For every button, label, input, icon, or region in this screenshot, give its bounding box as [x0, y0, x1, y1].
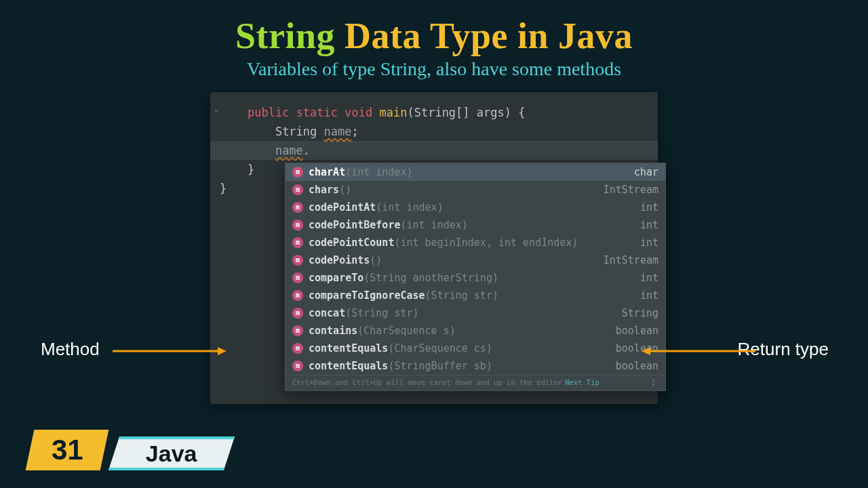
method-return-type: IntStream: [604, 182, 658, 197]
method-params: (String str): [345, 306, 418, 321]
more-icon[interactable]: ⋮: [650, 378, 658, 386]
method-return-type: char: [634, 165, 658, 180]
autocomplete-item[interactable]: mcompareToIgnoreCase(String str)int: [285, 287, 665, 304]
method-icon: m: [292, 220, 303, 230]
autocomplete-item[interactable]: mcodePointBefore(int index)int: [285, 216, 665, 234]
method-params: (int index): [376, 200, 443, 215]
method-return-type: int: [640, 235, 658, 250]
hint-text: Ctrl+Down and Ctrl+Up will move caret do…: [292, 378, 562, 386]
method-icon: m: [292, 167, 303, 178]
method-name: compareToIgnoreCase: [309, 288, 425, 303]
method-name: compareTo: [309, 270, 363, 285]
method-icon: m: [292, 255, 303, 266]
method-params: (CharSequence cs): [388, 341, 492, 356]
code-line-3-current: name.: [210, 141, 658, 160]
method-name: codePointBefore: [309, 218, 400, 232]
code-line-1: public static void main(String[] args) {: [220, 103, 658, 122]
method-icon: m: [292, 184, 303, 195]
fold-indicator: ⌄: [213, 104, 220, 114]
method-icon: m: [292, 237, 303, 248]
method-return-type: boolean: [616, 359, 658, 373]
method-params: (CharSequence s): [357, 323, 456, 338]
autocomplete-item[interactable]: mcharAt(int index)char: [285, 163, 665, 181]
autocomplete-item[interactable]: mcompareTo(String anotherString)int: [285, 269, 665, 287]
autocomplete-item[interactable]: mcontentEquals(StringBuffer sb)boolean: [285, 357, 665, 375]
method-params: (): [370, 253, 382, 268]
method-params: (StringBuffer sb): [388, 359, 492, 373]
slide-subtitle: Variables of type String, also have some…: [0, 58, 868, 80]
method-return-type: int: [640, 200, 658, 215]
method-return-type: boolean: [616, 323, 658, 338]
method-name: chars: [309, 182, 339, 197]
slide-title: String Data Type in Java: [0, 0, 868, 57]
language-badge: Java: [108, 436, 235, 470]
method-name: charAt: [309, 165, 345, 180]
code-editor: ⌄ public static void main(String[] args)…: [210, 92, 658, 404]
code-line-2: String name;: [220, 122, 658, 141]
title-word-2: Data Type in Java: [344, 16, 633, 56]
episode-number-badge: 31: [26, 430, 109, 470]
annotation-return-type-label: Return type: [738, 339, 829, 360]
method-icon: m: [292, 361, 303, 371]
autocomplete-item[interactable]: mcodePointCount(int beginIndex, int endI…: [285, 234, 665, 251]
autocomplete-hint: Ctrl+Down and Ctrl+Up will move caret do…: [285, 375, 665, 390]
method-return-type: IntStream: [604, 253, 658, 268]
autocomplete-item[interactable]: mcontentEquals(CharSequence cs)boolean: [285, 340, 665, 357]
method-name: contentEquals: [309, 341, 388, 356]
method-icon: m: [292, 308, 303, 319]
method-params: (int beginIndex, int endIndex): [394, 235, 578, 250]
title-word-1: String: [235, 16, 335, 56]
autocomplete-item[interactable]: mchars()IntStream: [285, 181, 665, 199]
method-icon: m: [292, 272, 303, 283]
hint-next-tip-link[interactable]: Next Tip: [565, 378, 599, 386]
method-params: (String anotherString): [363, 270, 498, 285]
method-name: concat: [309, 306, 345, 321]
method-params: (int index): [400, 218, 467, 232]
method-return-type: boolean: [616, 341, 658, 356]
autocomplete-item[interactable]: mcontains(CharSequence s)boolean: [285, 322, 665, 340]
method-icon: m: [292, 202, 303, 213]
annotation-method-label: Method: [41, 339, 100, 360]
method-return-type: int: [640, 288, 658, 303]
method-icon: m: [292, 343, 303, 354]
method-name: contentEquals: [309, 359, 388, 373]
autocomplete-item[interactable]: mconcat(String str)String: [285, 304, 665, 322]
method-name: codePointAt: [309, 200, 376, 215]
method-icon: m: [292, 325, 303, 336]
autocomplete-item[interactable]: mcodePointAt(int index)int: [285, 199, 665, 216]
method-params: (int index): [345, 165, 412, 180]
method-return-type: int: [640, 270, 658, 285]
method-return-type: int: [640, 218, 658, 232]
method-params: (): [339, 182, 351, 197]
method-name: codePoints: [309, 253, 370, 268]
method-params: (String str): [425, 288, 498, 303]
method-return-type: String: [622, 306, 658, 321]
autocomplete-popup[interactable]: mcharAt(int index)charmchars()IntStreamm…: [285, 163, 666, 391]
method-name: contains: [309, 323, 357, 338]
method-icon: m: [292, 290, 303, 301]
method-name: codePointCount: [309, 235, 394, 250]
autocomplete-item[interactable]: mcodePoints()IntStream: [285, 251, 665, 269]
